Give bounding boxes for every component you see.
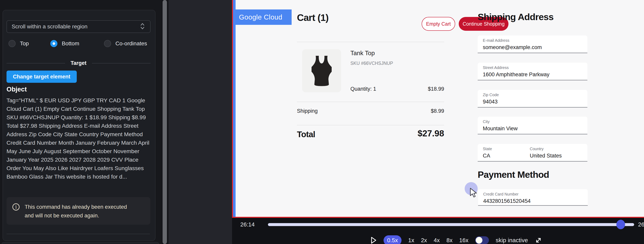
end-time: 26:1 bbox=[638, 221, 644, 228]
sidebar-bottom-divider bbox=[6, 234, 150, 234]
city-field-label: City bbox=[483, 119, 587, 124]
skip-inactive-toggle[interactable] bbox=[475, 236, 489, 244]
credit-card-value: 4432801561520454 bbox=[483, 198, 588, 204]
notice-text: This command has already been executed a… bbox=[25, 203, 127, 220]
radio-bottom[interactable]: Bottom bbox=[50, 39, 79, 48]
radio-coordinates-circle-icon[interactable] bbox=[104, 40, 111, 47]
divider-line bbox=[92, 63, 150, 63]
cart-divider bbox=[297, 42, 444, 42]
state-field[interactable]: State CA bbox=[478, 144, 530, 162]
playback-bar: 26:14 26:1 0.5x 1x 2x 4x 8x 16x skip ina… bbox=[232, 218, 644, 244]
state-field-value: CA bbox=[483, 153, 530, 159]
player-controls: 0.5x 1x 2x 4x 8x 16x skip inactive bbox=[370, 235, 542, 244]
change-target-button[interactable]: Change target element bbox=[6, 71, 77, 83]
toggle-knob[interactable] bbox=[476, 237, 482, 244]
info-icon: i bbox=[12, 203, 20, 211]
empty-cart-button[interactable]: Empty Cart bbox=[422, 17, 455, 31]
street-field-value: 1600 Amphitheatre Parkway bbox=[483, 71, 587, 78]
radio-top-label: Top bbox=[20, 40, 29, 47]
email-field-label: E-mail Address bbox=[483, 38, 587, 43]
next-command-card-edge bbox=[2, 242, 159, 244]
sidebar-scrollbar-thumb[interactable] bbox=[162, 0, 167, 244]
product-name: Tank Top bbox=[350, 50, 375, 57]
speed-option-16x[interactable]: 16x bbox=[459, 237, 468, 244]
timeline-track[interactable] bbox=[268, 223, 634, 226]
product-sku: SKU #66VCHSJNUP bbox=[350, 61, 393, 66]
speed-option-2x[interactable]: 2x bbox=[421, 237, 427, 244]
command-type-value: Scroll within a scrollable region bbox=[12, 23, 140, 30]
cart-divider bbox=[297, 102, 444, 102]
sidebar-scrollbar-track[interactable] bbox=[162, 0, 168, 244]
target-section-divider: Target bbox=[6, 60, 150, 66]
skip-inactive-label: skip inactive bbox=[496, 237, 528, 244]
state-field-label: State bbox=[483, 147, 530, 151]
brand-stripe bbox=[233, 0, 236, 217]
zip-field-label: Zip Code bbox=[483, 93, 587, 97]
app-window: Scroll within a scrollable region Top Bo… bbox=[0, 0, 644, 244]
stage-gutter bbox=[168, 0, 232, 244]
total-value: $27.98 bbox=[297, 129, 444, 138]
shipping-address-heading: Shipping Address bbox=[478, 11, 554, 22]
radio-coordinates-label: Co-ordinates bbox=[116, 40, 147, 47]
country-field-value: United States bbox=[530, 153, 587, 159]
zip-field-value: 94043 bbox=[483, 99, 587, 105]
radio-coordinates[interactable]: Co-ordinates bbox=[104, 39, 147, 48]
street-field-label: Street Address bbox=[483, 65, 587, 70]
zip-code-field[interactable]: Zip Code 94043 bbox=[478, 90, 587, 108]
scroll-position-radios: Top Bottom Co-ordinates bbox=[6, 39, 150, 48]
radio-bottom-circle-icon[interactable] bbox=[50, 40, 58, 47]
speed-option-1x[interactable]: 1x bbox=[408, 237, 414, 244]
notice-line2: and will not be executed again. bbox=[25, 213, 99, 219]
object-heading: Object bbox=[6, 86, 27, 93]
product-price: $18.99 bbox=[297, 86, 444, 92]
command-sidebar: Scroll within a scrollable region Top Bo… bbox=[0, 0, 162, 244]
notice-line1: This command has already been executed bbox=[25, 204, 127, 210]
country-field-label: Country bbox=[530, 147, 587, 151]
email-field[interactable]: E-mail Address someone@example.com bbox=[478, 35, 587, 53]
radio-top[interactable]: Top bbox=[8, 39, 29, 48]
object-text: Tag="HTML" $ EUR USD JPY GBP TRY CAD 1 G… bbox=[6, 96, 151, 181]
timeline-thumb[interactable] bbox=[616, 220, 625, 229]
current-time: 26:14 bbox=[240, 221, 255, 228]
brand-badge: Google Cloud bbox=[233, 9, 292, 25]
command-type-select[interactable]: Scroll within a scrollable region bbox=[6, 20, 150, 33]
speed-option-4x[interactable]: 4x bbox=[434, 237, 440, 244]
email-field-value: someone@example.com bbox=[483, 44, 587, 50]
radio-bottom-label: Bottom bbox=[62, 40, 79, 47]
shipping-value: $8.99 bbox=[297, 108, 444, 114]
radio-top-circle-icon[interactable] bbox=[8, 40, 16, 47]
credit-card-field[interactable]: Credit Card Number 4432801561520454 bbox=[478, 189, 588, 206]
replay-viewport: Google Cloud Cart (1) Empty Cart Continu… bbox=[233, 0, 644, 217]
tank-top-graphic bbox=[307, 54, 336, 88]
mouse-cursor-icon bbox=[470, 188, 479, 199]
speed-option-0_5x[interactable]: 0.5x bbox=[384, 235, 402, 244]
credit-card-label: Credit Card Number bbox=[483, 192, 588, 197]
divider-line bbox=[6, 63, 65, 63]
cart-title: Cart (1) bbox=[297, 12, 328, 23]
target-section-label: Target bbox=[71, 60, 86, 66]
city-field[interactable]: City Mountain View bbox=[478, 117, 587, 134]
speed-option-8x[interactable]: 8x bbox=[446, 237, 452, 244]
fullscreen-icon[interactable] bbox=[535, 237, 542, 244]
select-chevrons-icon bbox=[140, 22, 146, 31]
cart-divider bbox=[297, 125, 444, 125]
payment-method-heading: Payment Method bbox=[478, 169, 549, 180]
play-button[interactable] bbox=[370, 236, 377, 244]
already-executed-notice: i This command has already been executed… bbox=[6, 197, 150, 225]
city-field-value: Mountain View bbox=[483, 126, 587, 132]
country-field[interactable]: Country United States bbox=[525, 144, 587, 162]
street-address-field[interactable]: Street Address 1600 Amphitheatre Parkway bbox=[478, 63, 587, 80]
